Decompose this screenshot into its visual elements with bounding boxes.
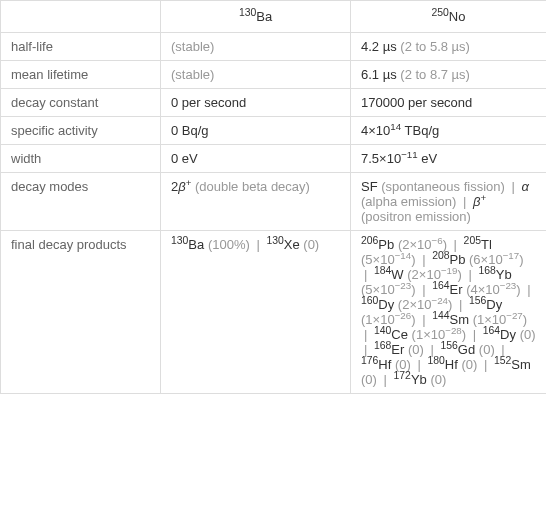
separator: | <box>527 282 530 297</box>
isotope-fraction: (0) <box>520 327 536 342</box>
no-mass: 250 <box>432 7 449 18</box>
decay-modes-no: SF (spontaneous fission) | α (alpha emis… <box>351 173 547 231</box>
decay-constant-no: 170000 per second <box>351 89 547 117</box>
label-specific-activity: specific activity <box>1 117 161 145</box>
isotope-fraction: (0) <box>430 372 446 387</box>
isotope-fraction: (0) <box>461 357 477 372</box>
separator: | <box>422 252 425 267</box>
decay-modes-ba: 2β+ (double beta decay) <box>161 173 351 231</box>
separator: | <box>468 267 471 282</box>
isotope: 156Gd <box>441 342 476 357</box>
half-life-no: 4.2 µs (2 to 5.8 µs) <box>351 33 547 61</box>
separator: | <box>454 237 457 252</box>
separator: | <box>422 282 425 297</box>
decay-constant-ba: 0 per second <box>161 89 351 117</box>
specific-activity-ba: 0 Bq/g <box>161 117 351 145</box>
isotope: 206Pb <box>361 237 394 252</box>
isotope-properties-table: 130Ba 250No half-life (stable) 4.2 µs (2… <box>0 0 546 394</box>
width-no: 7.5×10−11 eV <box>351 145 547 173</box>
no-symbol: No <box>449 9 466 24</box>
isotope-fraction: (0) <box>479 342 495 357</box>
row-decay-modes: decay modes 2β+ (double beta decay) SF (… <box>1 173 547 231</box>
final-decay-products-no: 206Pb (2×10−6) | 205Tl (5×10−14) | 208Pb… <box>351 231 547 394</box>
ba-mass: 130 <box>239 7 256 18</box>
separator: | <box>473 327 476 342</box>
label-half-life: half-life <box>1 33 161 61</box>
separator: | <box>384 372 387 387</box>
header-no: 250No <box>351 1 547 33</box>
specific-activity-no: 4×1014 TBq/g <box>351 117 547 145</box>
ba-symbol: Ba <box>256 9 272 24</box>
mean-lifetime-no: 6.1 µs (2 to 8.7 µs) <box>351 61 547 89</box>
isotope: 156Dy <box>469 297 502 312</box>
row-mean-lifetime: mean lifetime (stable) 6.1 µs (2 to 8.7 … <box>1 61 547 89</box>
isotope: 164Dy <box>483 327 516 342</box>
isotope-fraction: (0) <box>408 342 424 357</box>
header-row: 130Ba 250No <box>1 1 547 33</box>
label-final-decay-products: final decay products <box>1 231 161 394</box>
label-decay-modes: decay modes <box>1 173 161 231</box>
separator: | <box>417 357 420 372</box>
header-ba: 130Ba <box>161 1 351 33</box>
isotope: 172Yb <box>394 372 427 387</box>
separator: | <box>364 267 367 282</box>
isotope: 168Er <box>374 342 404 357</box>
width-ba: 0 eV <box>161 145 351 173</box>
isotope: 180Hf <box>428 357 458 372</box>
isotope: 160Dy <box>361 297 394 312</box>
mean-lifetime-ba: (stable) <box>161 61 351 89</box>
separator: | <box>484 357 487 372</box>
row-decay-constant: decay constant 0 per second 170000 per s… <box>1 89 547 117</box>
separator: | <box>364 327 367 342</box>
isotope: 176Hf <box>361 357 391 372</box>
label-mean-lifetime: mean lifetime <box>1 61 161 89</box>
isotope-fraction: (0) <box>361 372 377 387</box>
label-decay-constant: decay constant <box>1 89 161 117</box>
row-specific-activity: specific activity 0 Bq/g 4×1014 TBq/g <box>1 117 547 145</box>
separator: | <box>459 297 462 312</box>
isotope: 205Tl <box>464 237 492 252</box>
row-final-decay-products: final decay products 130Ba (100%) | 130X… <box>1 231 547 394</box>
isotope: 152Sm <box>494 357 531 372</box>
separator: | <box>422 312 425 327</box>
half-life-ba: (stable) <box>161 33 351 61</box>
row-half-life: half-life (stable) 4.2 µs (2 to 5.8 µs) <box>1 33 547 61</box>
label-width: width <box>1 145 161 173</box>
header-empty <box>1 1 161 33</box>
final-decay-products-ba: 130Ba (100%) | 130Xe (0) <box>161 231 351 394</box>
row-width: width 0 eV 7.5×10−11 eV <box>1 145 547 173</box>
